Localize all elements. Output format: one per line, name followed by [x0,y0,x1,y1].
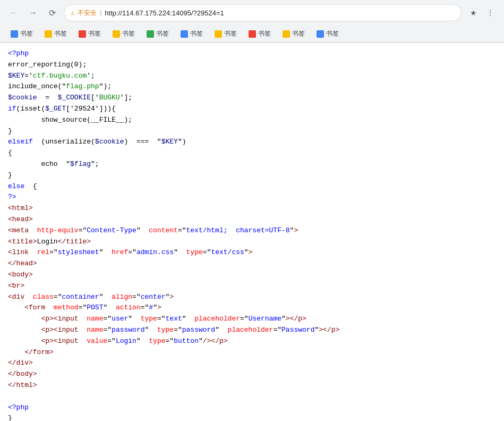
bookmark-favicon-3 [79,30,86,38]
bookmark-label-5: 书签 [156,29,169,38]
bookmark-favicon-6 [181,30,188,38]
bookmark-item-9[interactable]: 书签 [278,28,309,40]
bookmark-label-1: 书签 [20,29,33,38]
bookmark-item-10[interactable]: 书签 [312,28,343,40]
browser-toolbar: ← → ⟳ ⚠ 不安全 | http://114.67.175.224:1409… [0,0,504,26]
toolbar-icons: ★ ⋮ [466,5,498,20]
bookmark-item-7[interactable]: 书签 [210,28,241,40]
reload-button[interactable]: ⟳ [45,5,59,20]
bookmark-label-2: 书签 [54,29,67,38]
address-bar[interactable]: ⚠ 不安全 | http://114.67.175.224:14095/?295… [64,4,462,21]
bookmark-label-10: 书签 [326,29,339,38]
bookmark-label-7: 书签 [224,29,237,38]
back-button[interactable]: ← [6,5,21,20]
bookmark-item-1[interactable]: 书签 [6,28,37,40]
bookmark-item-5[interactable]: 书签 [142,28,173,40]
content-area: <?php error_reporting(0); $KEY='ctf.bugk… [0,43,504,421]
bookmark-favicon-2 [45,30,52,38]
bookmark-favicon-8 [249,30,256,38]
url-text: http://114.67.175.224:14095/?29524=1 [105,9,224,17]
source-code: <?php error_reporting(0); $KEY='ctf.bugk… [8,48,496,421]
bookmark-label-9: 书签 [292,29,305,38]
bookmark-label-8: 书签 [258,29,271,38]
forward-button[interactable]: → [25,5,40,20]
bookmark-star-button[interactable]: ★ [466,5,481,20]
bookmark-favicon-10 [317,30,324,38]
bookmark-favicon-7 [215,30,222,38]
bookmark-favicon-1 [11,30,18,38]
bookmark-favicon-9 [283,30,290,38]
bookmark-item-3[interactable]: 书签 [74,28,105,40]
bookmark-favicon-4 [113,30,120,38]
bookmark-label-4: 书签 [122,29,135,38]
bookmark-item-8[interactable]: 书签 [244,28,275,40]
bookmarks-bar: 书签 书签 书签 书签 书签 书签 书签 书签 [0,26,504,43]
url-separator: | [100,9,101,16]
security-label: 不安全 [78,9,97,18]
security-icon: ⚠ [71,9,74,17]
bookmark-item-2[interactable]: 书签 [40,28,71,40]
bookmark-favicon-5 [147,30,154,38]
bookmark-item-6[interactable]: 书签 [176,28,207,40]
browser-chrome: ← → ⟳ ⚠ 不安全 | http://114.67.175.224:1409… [0,0,504,43]
bookmark-label-3: 书签 [88,29,101,38]
bookmark-label-6: 书签 [190,29,203,38]
bookmark-item-4[interactable]: 书签 [108,28,139,40]
menu-button[interactable]: ⋮ [483,5,498,20]
